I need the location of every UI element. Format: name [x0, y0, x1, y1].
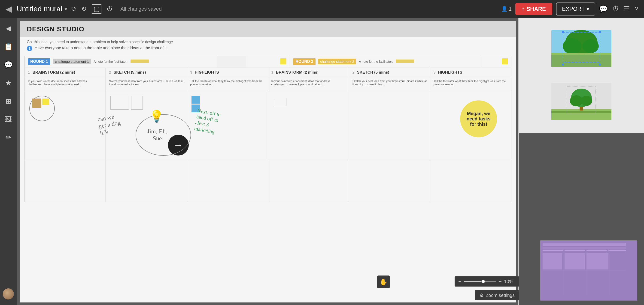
collaborators-count: 👤 1 — [501, 6, 512, 12]
content-cell-1-6: Megan, we need tasks for this! — [430, 91, 511, 160]
content-row2-cell6 — [430, 160, 511, 202]
zoom-settings-button[interactable]: ⚙ Zoom settings — [475, 290, 519, 301]
speech-bubble: Megan, we need tasks for this! — [460, 100, 497, 137]
section-label-3: HIGHLIGHTS — [195, 70, 219, 74]
round2-badge: ROUND 2 — [293, 58, 316, 65]
user-avatar[interactable] — [3, 289, 14, 300]
content-row2-cell4 — [268, 160, 349, 202]
topbar-icons: 💬 ⏱ ☰ ? — [599, 5, 638, 13]
zoom-slider[interactable] — [464, 281, 496, 282]
tree-image-2 — [551, 83, 612, 121]
zoom-controls: − + 10% — [454, 276, 519, 287]
section-num-4: 1 — [272, 70, 274, 74]
right-panel-top — [519, 18, 644, 133]
desc-cell-6: Tell the facilitator what they think the… — [430, 77, 511, 91]
zoom-slider-thumb[interactable] — [482, 280, 485, 283]
sidebar-item-comment[interactable]: 💬 — [2, 59, 14, 71]
zoom-in-button[interactable]: + — [498, 278, 502, 285]
export-button[interactable]: EXPORT ▾ — [556, 2, 595, 15]
zoom-out-button[interactable]: − — [458, 278, 462, 285]
sidebar-item-pen[interactable]: ✏ — [4, 131, 13, 143]
step-number: 1 — [27, 46, 32, 51]
design-studio-table: ROUND 1 challenge statement 1 A note for… — [24, 56, 512, 202]
round2-note-line — [396, 59, 414, 63]
desc-cell-5: Sketch your best idea from your brainsto… — [349, 77, 430, 91]
minimap-inner — [540, 241, 637, 300]
round-headers-row: ROUND 1 challenge statement 1 A note for… — [25, 56, 511, 68]
section-num-2: 2 — [109, 70, 111, 74]
content-row2-cell3 — [187, 160, 268, 202]
section-cell-1: 1 BRAINSTORM (2 mins) — [25, 68, 106, 77]
right-panel — [518, 18, 644, 305]
round-spacer — [217, 56, 246, 68]
timer-button[interactable]: ⏱ — [106, 5, 113, 13]
content-cell-1-3 — [187, 91, 268, 160]
canvas-area[interactable]: DESIGN STUDIO Got this idea: you need to… — [17, 18, 644, 305]
round2-header-cell: ROUND 2 challenge statement 2 A note for… — [290, 56, 482, 68]
section-label-1: BRAINSTORM (2 mins) — [32, 70, 75, 74]
yellow-sticky-note-2 — [502, 58, 508, 64]
lightbulb-icon: 💡 — [150, 110, 164, 123]
round2-note: A note for the facilitator: — [359, 60, 393, 63]
desc-cell-3: Tell the facilitator what they think the… — [187, 77, 268, 91]
zoom-slider-track — [464, 281, 483, 282]
svg-rect-9 — [599, 31, 601, 33]
svg-point-18 — [581, 96, 592, 106]
share-button[interactable]: ↑ SHARE — [515, 3, 552, 15]
section-cell-2: 2 SKETCH (5 mins) — [106, 68, 187, 77]
instruction-text: Got this idea: you need to understand a … — [27, 40, 174, 44]
frame-button[interactable]: ▢ — [92, 4, 102, 13]
zoom-percent-label: 10% — [504, 279, 516, 284]
round1-challenge-badge: challenge statement 1 — [53, 59, 91, 64]
title-chevron-icon[interactable]: ▾ — [64, 6, 67, 12]
section-cell-3: 3 HIGHLIGHTS — [187, 68, 268, 77]
r2-item — [275, 98, 286, 106]
section-num-3: 3 — [190, 70, 192, 74]
yellow-sticky-1 — [246, 56, 290, 68]
sticky-in-circle — [42, 98, 49, 105]
round1-header-cell: ROUND 1 challenge statement 1 A note for… — [25, 56, 217, 68]
sidebar-item-back[interactable]: ◀ — [4, 22, 13, 34]
svg-point-4 — [563, 38, 582, 54]
chat-icon[interactable]: 💬 — [599, 5, 608, 13]
blue-sticky-group — [192, 96, 200, 112]
list-icon[interactable]: ☰ — [624, 5, 630, 13]
design-studio-instruction: Got this idea: you need to understand a … — [20, 37, 516, 53]
mural-board: DESIGN STUDIO Got this idea: you need to… — [20, 21, 516, 303]
content-cell-1-4 — [268, 91, 349, 160]
sidebar-item-image[interactable]: 🖼 — [3, 113, 14, 125]
sketch-item-1 — [110, 96, 129, 110]
step-instruction-text: Have everyone take a note in the table a… — [35, 46, 168, 50]
sketch-item-2 — [131, 96, 143, 110]
back-button[interactable]: ◀ — [6, 5, 12, 13]
svg-rect-33 — [586, 253, 608, 270]
hand-cursor-tool[interactable]: ✋ — [377, 276, 390, 289]
svg-rect-23 — [542, 250, 564, 251]
redo-button[interactable]: ↻ — [81, 5, 86, 13]
content-cell-1-1 — [25, 91, 106, 160]
svg-rect-21 — [542, 243, 626, 246]
sidebar-item-favorite[interactable]: ★ — [4, 77, 14, 89]
section-label-6: HIGHLIGHTS — [438, 70, 462, 74]
sidebar-item-grid[interactable]: ⊞ — [4, 95, 13, 107]
section-headers-row: 1 BRAINSTORM (2 mins) 2 SKETCH (5 mins) … — [25, 68, 511, 77]
minimap — [540, 240, 637, 301]
topbar-right: 👤 1 ↑ SHARE EXPORT ▾ 💬 ⏱ ☰ ? — [501, 2, 638, 15]
section-label-2: SKETCH (5 mins) — [114, 70, 146, 74]
svg-rect-26 — [608, 250, 626, 251]
round2-challenge-badge: challenge statement 2 — [318, 59, 356, 64]
svg-rect-6 — [551, 53, 612, 55]
content-cell-1-5 — [349, 91, 430, 160]
undo-button[interactable]: ↺ — [71, 5, 76, 13]
section-cell-6: 3 HIGHLIGHTS — [430, 68, 511, 77]
user-avatar-image — [3, 289, 14, 300]
sidebar-item-sticky-note[interactable]: 📋 — [2, 41, 14, 52]
content-image-thumb — [32, 98, 41, 108]
mural-title[interactable]: Untitled mural — [17, 4, 62, 13]
svg-rect-13 — [551, 109, 612, 120]
user-icon: 👤 — [501, 6, 508, 12]
section-num-1: 1 — [28, 70, 30, 74]
help-icon[interactable]: ? — [634, 5, 638, 13]
activity-icon[interactable]: ⏱ — [612, 5, 619, 13]
minimap-svg — [540, 241, 637, 301]
